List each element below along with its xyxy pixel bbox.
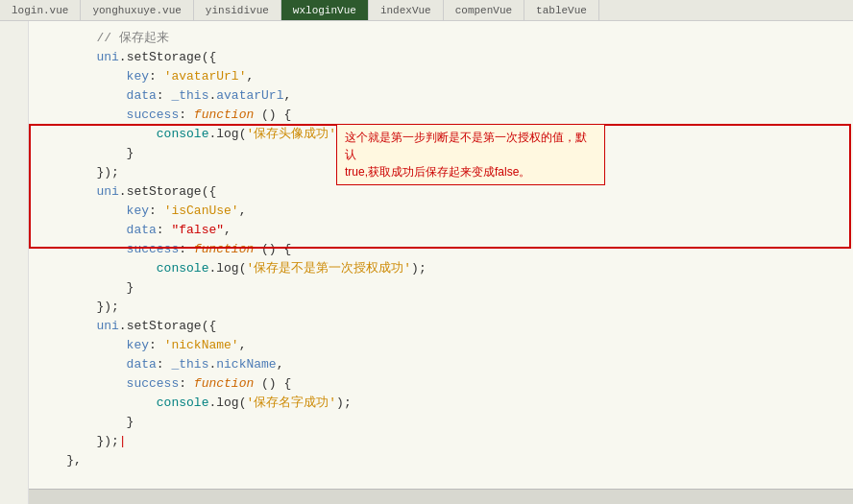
code-line-11: data: "false",: [29, 221, 853, 240]
code-line-13: console.log('保存是不是第一次授权成功');: [29, 259, 853, 278]
code-line-12: success: function () {: [29, 240, 853, 259]
code-line-9: uni.setStorage({: [29, 182, 853, 202]
code-line-22: });|: [29, 432, 853, 451]
code-line-14: }: [29, 278, 853, 298]
status-bar: [29, 489, 853, 504]
code-line-10: key: 'isCanUse',: [29, 202, 853, 221]
tab-wxlogin[interactable]: wxloginVue: [281, 0, 369, 20]
tab-login[interactable]: login.vue: [0, 0, 81, 20]
code-line-19: success: function () {: [29, 374, 853, 394]
code-editor[interactable]: 这个就是第一步判断是不是第一次授权的值，默认 true,获取成功后保存起来变成f…: [29, 21, 853, 504]
tab-compen[interactable]: compenVue: [444, 0, 524, 20]
code-line-23: },: [29, 451, 853, 470]
code-line-1: // 保存起来: [29, 29, 853, 48]
tab-index[interactable]: indexVue: [369, 0, 444, 20]
tab-bar: login.vue yonghuxuye.vue yinsidivue wxlo…: [0, 0, 853, 21]
tab-table[interactable]: tableVue: [524, 0, 599, 20]
code-line-2: uni.setStorage({: [29, 48, 853, 67]
tab-yinsidivue[interactable]: yinsidivue: [194, 0, 281, 20]
code-line-18: data: _this.nickName,: [29, 355, 853, 374]
code-line-4: data: _this.avatarUrl,: [29, 86, 853, 106]
line-number-gutter: [0, 21, 29, 504]
code-line-15: });: [29, 298, 853, 317]
code-line-5: success: function () {: [29, 106, 853, 125]
annotation-tooltip: 这个就是第一步判断是不是第一次授权的值，默认 true,获取成功后保存起来变成f…: [336, 124, 605, 185]
code-line-3: key: 'avatarUrl',: [29, 67, 853, 86]
code-line-21: }: [29, 413, 853, 432]
code-line-17: key: 'nickName',: [29, 336, 853, 355]
code-line-16: uni.setStorage({: [29, 317, 853, 336]
tab-yonghuxuye[interactable]: yonghuxuye.vue: [81, 0, 193, 20]
main-content: 这个就是第一步判断是不是第一次授权的值，默认 true,获取成功后保存起来变成f…: [0, 21, 853, 504]
code-line-20: console.log('保存名字成功');: [29, 394, 853, 413]
